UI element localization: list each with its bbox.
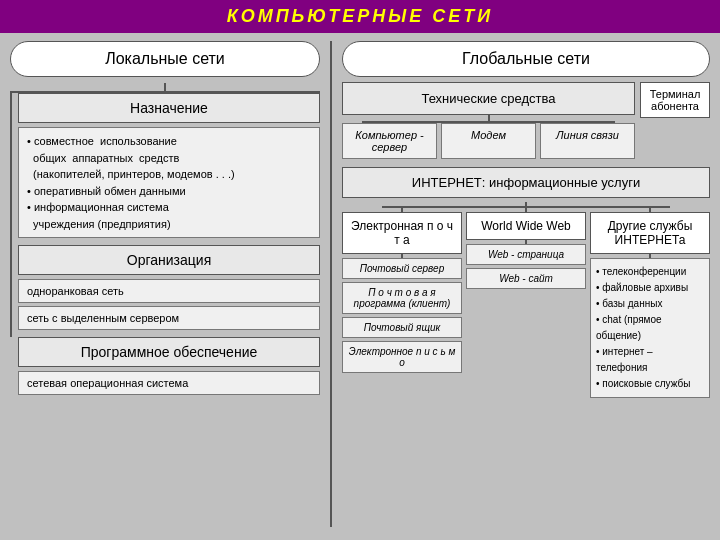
device-computer: Компьютер - сервер xyxy=(342,123,437,159)
main-content: Локальные сети xyxy=(0,33,720,535)
service-email: Электронная п о ч т а xyxy=(342,212,462,254)
bullet-1b: общих аппаратных средств xyxy=(27,150,311,167)
service-other: Другие службы ИНТЕРНЕТа xyxy=(590,212,710,254)
other-b3: • базы данных xyxy=(596,296,704,312)
email-sub-3: Почтовый ящик xyxy=(342,317,462,338)
page-title: КОМПЬЮТЕРНЫЕ СЕТИ xyxy=(227,6,493,26)
org-sub-2: сеть с выделенным сервером xyxy=(18,306,320,330)
page: КОМПЬЮТЕРНЫЕ СЕТИ Локальные сети xyxy=(0,0,720,540)
email-sub-1: Почтовый сервер xyxy=(342,258,462,279)
other-b5: • интернет – телефония xyxy=(596,344,704,376)
org-sub-1: одноранковая сеть xyxy=(18,279,320,303)
internet-heading: ИНТЕРНЕТ: информационные услуги xyxy=(342,167,710,198)
left-heading-sw: Программное обеспечение xyxy=(18,337,320,367)
tech-heading: Технические средства xyxy=(342,82,635,115)
www-sub-2: Web - сайт xyxy=(466,268,586,289)
device-line: Линия связи xyxy=(540,123,635,159)
other-bullets: • телеконференции • файловые архивы • ба… xyxy=(590,258,710,398)
email-sub-2: П о ч т о в а я программа (клиент) xyxy=(342,282,462,314)
right-column: Глобальные сети Технические средства Ком… xyxy=(342,41,710,527)
other-b4: • chat (прямое общение) xyxy=(596,312,704,344)
other-section: Другие службы ИНТЕРНЕТа • телеконференци… xyxy=(590,208,710,398)
bullet-1: • совместное использование xyxy=(27,133,311,150)
other-b6: • поисковые службы xyxy=(596,376,704,392)
email-sub-4: Электронное п и с ь м о xyxy=(342,341,462,373)
service-www: World Wide Web xyxy=(466,212,586,240)
right-title: Глобальные сети xyxy=(342,41,710,77)
left-column: Локальные сети xyxy=(10,41,320,527)
other-b2: • файловые архивы xyxy=(596,280,704,296)
left-heading-org: Организация xyxy=(18,245,320,275)
www-section: World Wide Web Web - страница Web - сайт xyxy=(466,208,586,292)
terminal-box: Терминал абонента xyxy=(640,82,710,118)
left-title: Локальные сети xyxy=(10,41,320,77)
bullet-3b: учреждения (предприятия) xyxy=(27,216,311,233)
other-b1: • телеконференции xyxy=(596,264,704,280)
left-heading-purpose: Назначение xyxy=(18,93,320,123)
sw-sub-1: сетевая операционная система xyxy=(18,371,320,395)
header-bar: КОМПЬЮТЕРНЫЕ СЕТИ xyxy=(0,0,720,33)
bullet-2: • оперативный обмен данными xyxy=(27,183,311,200)
bullet-3: • информационная система xyxy=(27,199,311,216)
devices-row: Компьютер - сервер Модем Линия связи xyxy=(342,123,635,159)
www-sub-1: Web - страница xyxy=(466,244,586,265)
device-modem: Модем xyxy=(441,123,536,159)
email-section: Электронная п о ч т а Почтовый сервер П … xyxy=(342,208,462,376)
purpose-bullets: • совместное использование общих аппарат… xyxy=(18,127,320,238)
bullet-1c: (накопителей, принтеров, модемов . . .) xyxy=(27,166,311,183)
